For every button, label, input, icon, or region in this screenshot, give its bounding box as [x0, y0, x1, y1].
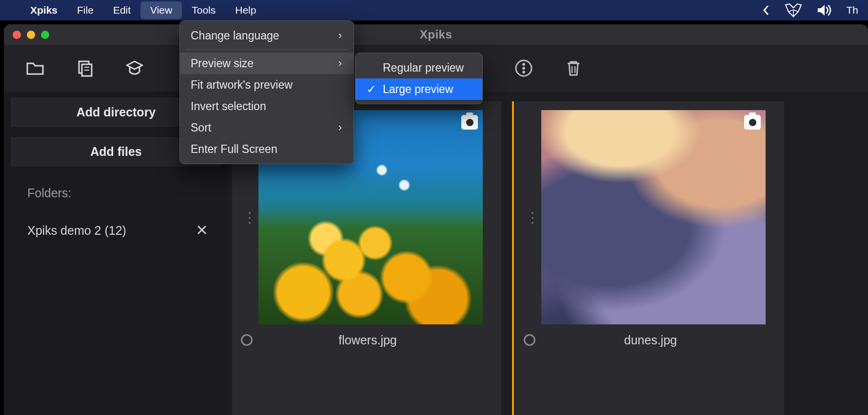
menubar-clock-text[interactable]: Th — [839, 4, 858, 16]
drag-handle-icon[interactable]: ⋮ — [524, 110, 541, 324]
menu-item-label: Invert selection — [191, 100, 266, 113]
submenu-item-regular-preview[interactable]: Regular preview — [355, 57, 482, 78]
chevron-right-icon: › — [338, 57, 342, 70]
menu-item-label: Preview size — [191, 57, 254, 70]
menu-item-label: Change language — [191, 29, 279, 42]
folder-name: Xpiks demo 2 (12) — [27, 224, 188, 238]
preview-size-submenu: Regular preview ✓ Large preview — [355, 53, 483, 104]
open-folder-button[interactable] — [23, 57, 47, 80]
window-titlebar: Xpiks — [4, 24, 868, 45]
svg-point-6 — [523, 67, 525, 70]
menu-item-label: Regular preview — [383, 61, 464, 75]
macos-menubar: Xpiks File Edit View Tools Help Th — [0, 0, 868, 20]
education-cap-button[interactable] — [123, 57, 146, 80]
copy-button[interactable] — [73, 57, 97, 80]
menu-item-change-language[interactable]: Change language › — [180, 25, 354, 46]
app-content: Add directory Add files Folders: Xpiks d… — [4, 92, 868, 415]
menu-item-label: Large preview — [383, 83, 453, 96]
check-icon: ✓ — [366, 83, 376, 96]
folders-section-label: Folders: — [27, 186, 221, 200]
artwork-thumbnail[interactable] — [541, 110, 766, 324]
artwork-filename: flowers.jpg — [243, 333, 493, 347]
menu-item-fit-preview[interactable]: Fit artwork's preview — [180, 74, 354, 95]
artwork-filename: dunes.jpg — [526, 333, 775, 347]
selection-indicator — [512, 101, 514, 415]
camera-badge-icon — [461, 115, 478, 130]
menu-item-label: Sort — [191, 121, 211, 134]
fox-status-icon[interactable] — [777, 3, 810, 18]
svg-point-7 — [523, 71, 525, 74]
menubar-item-tools[interactable]: Tools — [182, 1, 225, 19]
menubar-item-edit[interactable]: Edit — [103, 1, 140, 19]
camera-badge-icon — [744, 115, 761, 130]
menu-item-enter-fullscreen[interactable]: Enter Full Screen — [180, 138, 354, 160]
menu-divider — [186, 49, 348, 50]
menu-item-label: Fit artwork's preview — [191, 78, 293, 92]
menubar-item-help[interactable]: Help — [225, 1, 266, 19]
menubar-item-view[interactable]: View — [140, 1, 182, 19]
folder-row[interactable]: Xpiks demo 2 (12) — [11, 219, 221, 243]
chevron-left-icon[interactable] — [755, 4, 777, 16]
more-options-button[interactable] — [512, 57, 535, 80]
remove-folder-button[interactable] — [188, 224, 216, 238]
menu-item-invert-selection[interactable]: Invert selection — [180, 95, 354, 117]
menu-item-label: Enter Full Screen — [191, 143, 277, 156]
volume-icon[interactable] — [810, 4, 839, 17]
artwork-card[interactable]: ⋮ dunes.jpg — [515, 101, 784, 415]
submenu-item-large-preview[interactable]: ✓ Large preview — [355, 78, 482, 100]
menu-item-sort[interactable]: Sort › — [180, 117, 354, 138]
window-title: Xpiks — [4, 28, 868, 41]
svg-point-5 — [523, 63, 525, 66]
menu-item-preview-size[interactable]: Preview size › — [180, 53, 354, 74]
trash-button[interactable] — [562, 57, 585, 80]
chevron-right-icon: › — [338, 121, 342, 134]
view-menu-dropdown: Change language › Preview size › Fit art… — [179, 20, 354, 164]
menubar-item-file[interactable]: File — [67, 1, 103, 19]
chevron-right-icon: › — [338, 29, 342, 42]
menubar-app-name[interactable]: Xpiks — [20, 4, 67, 16]
